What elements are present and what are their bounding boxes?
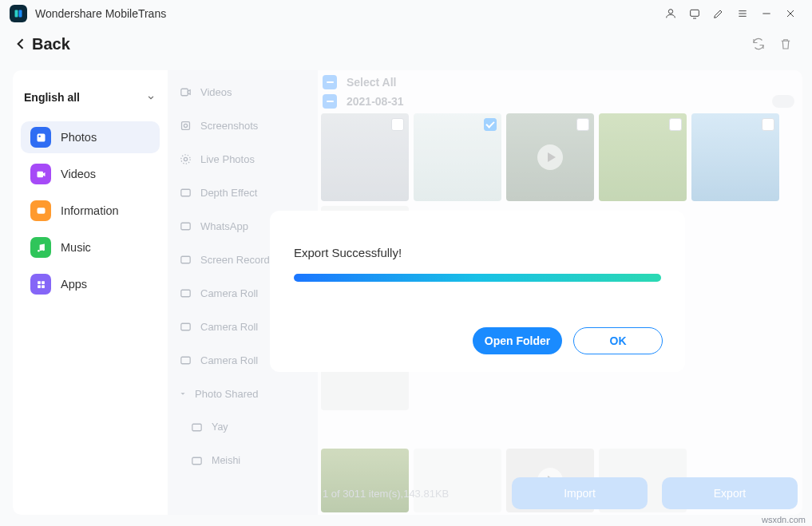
export-success-modal: Export Successfully! Open Folder OK xyxy=(270,211,685,372)
sidebar-item-label: Photos xyxy=(61,131,97,144)
svg-rect-21 xyxy=(181,256,190,263)
album-item-screenshots[interactable]: Screenshots xyxy=(168,109,318,142)
progress-bar xyxy=(294,274,661,282)
caret-down-icon xyxy=(179,390,187,397)
svg-rect-25 xyxy=(192,424,201,431)
minimize-icon[interactable] xyxy=(755,2,778,26)
dropdown-label: English all xyxy=(24,91,80,104)
back-button[interactable]: Back xyxy=(13,35,70,53)
svg-rect-24 xyxy=(181,357,190,364)
album-item-yay[interactable]: Yay xyxy=(168,410,318,444)
album-label: Meishi xyxy=(212,455,240,466)
information-icon xyxy=(30,200,51,221)
svg-rect-26 xyxy=(192,457,201,465)
watermark: wsxdn.com xyxy=(762,515,806,524)
menu-icon[interactable] xyxy=(731,2,755,26)
left-sidebar: English all Photos Videos Information Mu… xyxy=(13,70,168,515)
sidebar-item-label: Music xyxy=(61,241,91,254)
album-label: Depth Effect xyxy=(200,187,257,199)
svg-rect-3 xyxy=(691,10,699,16)
sidebar-item-apps[interactable]: Apps xyxy=(21,268,160,300)
svg-rect-7 xyxy=(37,208,45,214)
album-item-videos[interactable]: Videos xyxy=(168,75,318,109)
album-label: Videos xyxy=(200,86,232,98)
button-label: OK xyxy=(610,334,627,347)
back-label: Back xyxy=(32,35,70,53)
svg-rect-6 xyxy=(37,171,43,177)
open-folder-button[interactable]: Open Folder xyxy=(473,327,562,354)
album-item-photoshared[interactable]: Photo Shared xyxy=(168,377,318,410)
app-logo xyxy=(10,5,27,22)
language-dropdown[interactable]: English all xyxy=(24,85,156,110)
svg-point-16 xyxy=(184,124,187,127)
svg-rect-10 xyxy=(38,281,41,284)
svg-rect-23 xyxy=(181,323,190,330)
album-item-livephotos[interactable]: Live Photos xyxy=(168,142,318,176)
modal-title: Export Successfully! xyxy=(294,246,661,259)
back-bar: Back xyxy=(0,27,812,61)
titlebar: Wondershare MobileTrans xyxy=(0,0,812,27)
svg-rect-13 xyxy=(42,285,45,288)
trash-icon[interactable] xyxy=(772,30,799,57)
svg-rect-12 xyxy=(38,285,41,288)
apps-icon xyxy=(30,274,51,295)
sidebar-item-photos[interactable]: Photos xyxy=(21,121,160,153)
edit-icon[interactable] xyxy=(707,2,731,26)
refresh-icon[interactable] xyxy=(745,30,772,57)
svg-point-17 xyxy=(184,157,187,160)
album-label: Screenshots xyxy=(200,120,258,132)
album-label: Camera Roll xyxy=(200,321,258,333)
app-title: Wondershare MobileTrans xyxy=(35,7,166,20)
svg-point-2 xyxy=(668,10,672,14)
account-icon[interactable] xyxy=(659,2,683,26)
album-item-deptheffect[interactable]: Depth Effect xyxy=(168,176,318,209)
album-label: Camera Roll xyxy=(200,287,258,299)
album-label: Screen Recorder xyxy=(200,254,279,266)
svg-rect-14 xyxy=(181,89,188,96)
album-label: Yay xyxy=(212,421,228,433)
sidebar-item-label: Apps xyxy=(61,278,87,291)
album-label: Live Photos xyxy=(200,153,255,165)
sidebar-item-music[interactable]: Music xyxy=(21,231,160,263)
svg-rect-15 xyxy=(182,121,190,129)
svg-rect-20 xyxy=(181,223,190,230)
chevron-left-icon xyxy=(13,36,29,52)
svg-point-8 xyxy=(38,250,40,252)
chevron-down-icon xyxy=(145,92,156,103)
music-icon xyxy=(30,237,51,258)
videos-icon xyxy=(30,164,51,184)
modal-buttons: Open Folder OK xyxy=(473,327,663,354)
album-label: Camera Roll xyxy=(200,354,258,366)
button-label: Open Folder xyxy=(485,334,550,347)
sidebar-item-label: Information xyxy=(61,204,119,217)
photos-icon xyxy=(30,127,51,148)
sidebar-item-videos[interactable]: Videos xyxy=(21,158,160,190)
svg-point-18 xyxy=(181,154,190,163)
svg-rect-1 xyxy=(19,10,22,18)
sidebar-item-information[interactable]: Information xyxy=(21,195,160,227)
svg-rect-22 xyxy=(181,290,190,297)
ok-button[interactable]: OK xyxy=(573,327,663,354)
album-label: WhatsApp xyxy=(200,220,248,232)
svg-rect-11 xyxy=(42,281,45,284)
svg-rect-0 xyxy=(15,10,18,18)
album-item-meishi[interactable]: Meishi xyxy=(168,444,318,477)
album-label: Photo Shared xyxy=(195,388,259,400)
sidebar-item-label: Videos xyxy=(61,168,96,180)
svg-rect-4 xyxy=(37,133,45,141)
svg-rect-19 xyxy=(181,189,190,196)
svg-point-9 xyxy=(42,248,45,251)
feedback-icon[interactable] xyxy=(683,2,707,26)
svg-point-5 xyxy=(38,135,41,137)
close-icon[interactable] xyxy=(778,2,802,26)
